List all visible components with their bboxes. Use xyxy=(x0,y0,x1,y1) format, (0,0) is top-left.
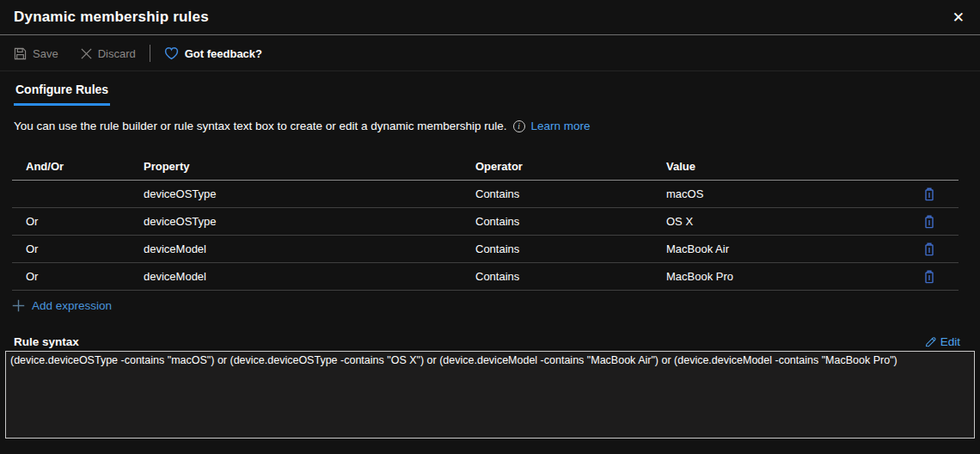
dynamic-membership-rules-panel: Dynamic membership rules ✕ Save Discard xyxy=(0,0,980,454)
heart-icon xyxy=(164,46,179,60)
rules-table-header: And/Or Property Operator Value xyxy=(12,153,959,181)
cell-operator[interactable]: Contains xyxy=(475,187,666,200)
got-feedback-button[interactable]: Got feedback? xyxy=(164,46,262,60)
cell-property[interactable]: deviceModel xyxy=(144,242,475,255)
rules-table: And/Or Property Operator Value deviceOST… xyxy=(12,153,959,291)
plus-icon xyxy=(12,299,25,312)
description-text: You can use the rule builder or rule syn… xyxy=(14,120,507,132)
discard-button[interactable]: Discard xyxy=(81,47,136,60)
toolbar-divider xyxy=(150,45,150,62)
cell-operator[interactable]: Contains xyxy=(475,242,666,255)
table-row: Or deviceOSType Contains OS X xyxy=(12,208,959,236)
cell-property[interactable]: deviceOSType xyxy=(144,187,475,200)
trash-icon xyxy=(923,187,935,201)
tab-configure-rules-label: Configure Rules xyxy=(15,83,108,96)
save-icon xyxy=(14,47,27,60)
titlebar: Dynamic membership rules ✕ xyxy=(0,0,980,35)
rule-syntax-label: Rule syntax xyxy=(14,335,79,348)
delete-expression-button[interactable] xyxy=(920,186,939,203)
save-label: Save xyxy=(33,47,58,60)
discard-label: Discard xyxy=(98,47,136,60)
got-feedback-label: Got feedback? xyxy=(185,47,262,60)
page-title: Dynamic membership rules xyxy=(14,9,209,26)
pencil-icon xyxy=(925,336,936,347)
add-expression-button[interactable]: Add expression xyxy=(12,299,112,312)
info-icon[interactable]: i xyxy=(513,120,525,132)
save-button[interactable]: Save xyxy=(14,47,58,60)
edit-label: Edit xyxy=(940,335,960,348)
column-header-operator: Operator xyxy=(475,160,666,173)
rule-syntax-header: Rule syntax Edit xyxy=(14,335,960,348)
description-row: You can use the rule builder or rule syn… xyxy=(14,120,966,132)
trash-icon xyxy=(923,270,935,284)
table-row: deviceOSType Contains macOS xyxy=(12,181,959,208)
cell-andor[interactable]: Or xyxy=(12,215,144,228)
trash-icon xyxy=(923,215,935,229)
tab-configure-rules[interactable]: Configure Rules xyxy=(14,81,110,106)
close-icon: ✕ xyxy=(952,9,965,26)
delete-expression-button[interactable] xyxy=(920,241,939,258)
edit-rule-syntax-button[interactable]: Edit xyxy=(925,335,960,348)
close-button[interactable]: ✕ xyxy=(947,7,970,28)
cell-property[interactable]: deviceModel xyxy=(144,270,475,283)
cell-operator[interactable]: Contains xyxy=(475,270,666,283)
table-row: Or deviceModel Contains MacBook Air xyxy=(12,236,959,263)
cell-operator[interactable]: Contains xyxy=(475,215,666,228)
delete-expression-button[interactable] xyxy=(920,268,939,285)
toolbar: Save Discard Got feedback? xyxy=(0,36,980,71)
cell-value[interactable]: macOS xyxy=(666,187,899,200)
learn-more-link[interactable]: Learn more xyxy=(531,120,591,132)
rule-syntax-textbox[interactable]: (device.deviceOSType -contains "macOS") … xyxy=(5,351,975,439)
column-header-andor: And/Or xyxy=(12,160,144,173)
column-header-value: Value xyxy=(666,160,899,173)
delete-expression-button[interactable] xyxy=(920,213,939,230)
table-row: Or deviceModel Contains MacBook Pro xyxy=(12,263,959,291)
add-expression-label: Add expression xyxy=(32,299,112,312)
cell-andor[interactable]: Or xyxy=(12,270,144,283)
rules-table-body: deviceOSType Contains macOS Or deviceOST… xyxy=(12,181,959,291)
cell-value[interactable]: MacBook Pro xyxy=(666,270,899,283)
trash-icon xyxy=(923,242,935,256)
column-header-property: Property xyxy=(144,160,475,173)
info-icon-glyph: i xyxy=(518,122,520,131)
cell-property[interactable]: deviceOSType xyxy=(144,215,475,228)
discard-x-icon xyxy=(81,48,92,59)
cell-value[interactable]: MacBook Air xyxy=(666,242,899,255)
cell-andor[interactable]: Or xyxy=(12,242,144,255)
cell-value[interactable]: OS X xyxy=(666,215,899,228)
